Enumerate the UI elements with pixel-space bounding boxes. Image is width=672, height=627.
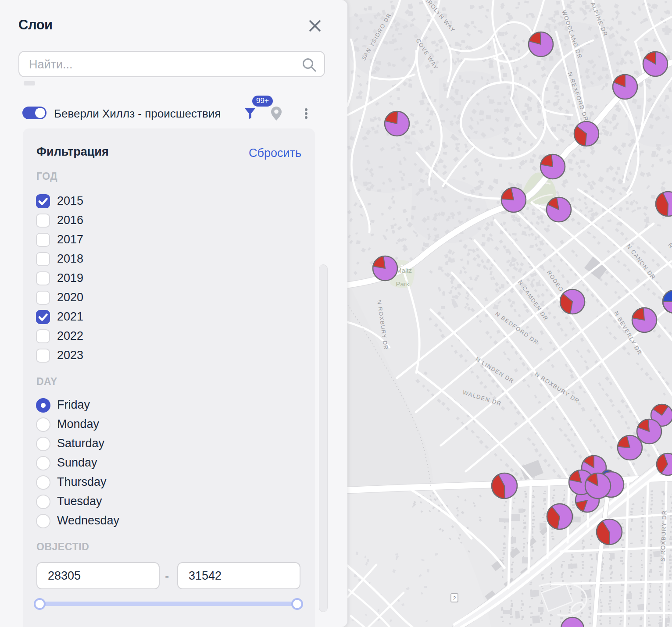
svg-text:Maltz: Maltz bbox=[396, 267, 412, 274]
svg-text:Park: Park bbox=[396, 280, 410, 288]
svg-text:2: 2 bbox=[453, 595, 456, 602]
